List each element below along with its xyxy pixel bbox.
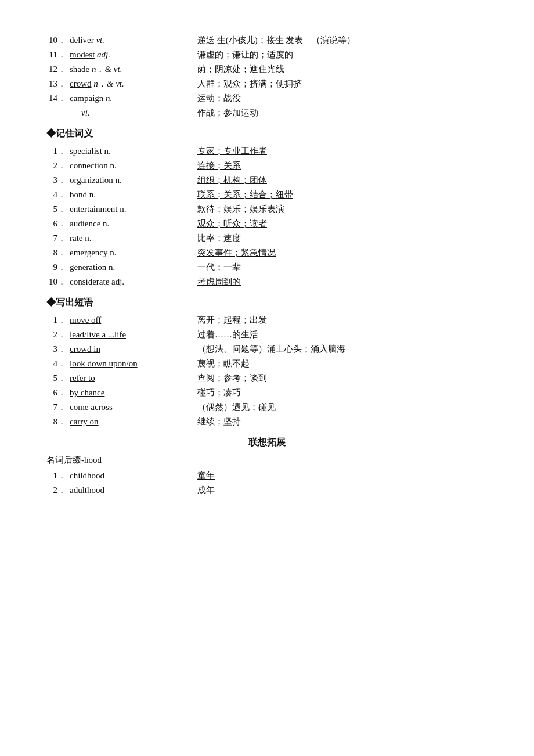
xiechu-row-3: 3． crowd in （想法、问题等）涌上心头；涌入脑海 (46, 344, 488, 355)
vocab-def: 谦虚的；谦让的；适度的 (197, 49, 488, 60)
xiechu-row-6: 6． by chance 碰巧；凑巧 (46, 387, 488, 398)
jizhu-row-8: 8． emergency n. 突发事件；紧急情况 (46, 247, 488, 258)
jizhu-row-1: 1． specialist n. 专家；专业工作者 (46, 146, 488, 157)
vocab-def: 突发事件；紧急情况 (197, 247, 488, 258)
suffix-list: 1． childhood 童年 2． adulthood 成年 (46, 470, 488, 496)
jizhu-row-4: 4． bond n. 联系；关系；结合；纽带 (46, 189, 488, 200)
vocab-def: 蔑视；瞧不起 (197, 358, 488, 369)
vocab-num: 3． (46, 175, 70, 186)
vocab-def: 继续；坚持 (197, 416, 488, 427)
section-xiechu-header: ◆写出短语 (46, 297, 488, 309)
vocab-num: 6． (46, 218, 70, 229)
jizhu-list: 1． specialist n. 专家；专业工作者 2． connection … (46, 146, 488, 287)
vocab-term: by chance (70, 388, 197, 398)
vocab-term: shade n．& vt. (70, 64, 197, 75)
vocab-term: connection n. (70, 161, 197, 171)
vocab-num: 7． (46, 233, 70, 244)
vocab-term: audience n. (70, 219, 197, 229)
xiechu-row-5: 5． refer to 查阅；参考；谈到 (46, 373, 488, 384)
jizhu-row-5: 5． entertainment n. 款待；娱乐；娱乐表演 (46, 204, 488, 215)
vocab-def-vi: 作战；参加运动 (197, 107, 488, 118)
section-jizhu-header: ◆记住词义 (46, 128, 488, 140)
vocab-num: 1． (46, 470, 70, 481)
vocab-top-section: 10． deliver vt. 递送 生(小孩儿)；接生 发表 （演说等） 11… (46, 35, 488, 118)
vocab-num: 9． (46, 262, 70, 273)
vocab-def: 成年 (197, 485, 488, 496)
vocab-def: 比率；速度 (197, 233, 488, 244)
vocab-term: organization n. (70, 175, 197, 185)
vocab-term: entertainment n. (70, 204, 197, 214)
vocab-def: 款待；娱乐；娱乐表演 (197, 204, 488, 215)
vocab-term: emergency n. (70, 248, 197, 258)
vocab-row-campaign: 14． campaign n. 运动；战役 (46, 93, 488, 104)
vocab-num: 2． (46, 329, 70, 340)
vocab-term: crowd n．& vt. (70, 78, 197, 89)
vocab-row-modest: 11． modest adj. 谦虚的；谦让的；适度的 (46, 49, 488, 60)
vocab-term: lead/live a ...life (70, 330, 197, 340)
vocab-num: 8． (46, 247, 70, 258)
vocab-def: 人群；观众；挤满；使拥挤 (197, 78, 488, 89)
vocab-row-crowd: 13． crowd n．& vt. 人群；观众；挤满；使拥挤 (46, 78, 488, 89)
vocab-def: 连接；关系 (197, 160, 488, 171)
vocab-def: （偶然）遇见；碰见 (197, 402, 488, 413)
vocab-num: 1． (46, 315, 70, 326)
vocab-row-vi: vi. 作战；参加运动 (46, 107, 488, 118)
vocab-def: 专家；专业工作者 (197, 146, 488, 157)
vocab-def: 运动；战役 (197, 93, 488, 104)
vocab-def: 一代；一辈 (197, 262, 488, 273)
vocab-num: 1． (46, 146, 70, 157)
vocab-num: 10． (46, 276, 70, 287)
vocab-num: 13． (46, 78, 70, 89)
suffix-row-2: 2． adulthood 成年 (46, 485, 488, 496)
vocab-term: childhood (70, 471, 197, 481)
vocab-num: 14． (46, 93, 70, 104)
vocab-term: look down upon/on (70, 359, 197, 369)
xiechu-row-8: 8． carry on 继续；坚持 (46, 416, 488, 427)
vocab-def: 碰巧；凑巧 (197, 387, 488, 398)
vocab-row-deliver: 10． deliver vt. 递送 生(小孩儿)；接生 发表 （演说等） (46, 35, 488, 46)
vocab-term: campaign n. (70, 93, 197, 103)
vocab-term: move off (70, 315, 197, 325)
vocab-num: 7． (46, 402, 70, 413)
xiechu-list: 1． move off 离开；起程；出发 2． lead/live a ...l… (46, 315, 488, 427)
vocab-term: considerate adj. (70, 277, 197, 287)
vocab-num: 2． (46, 485, 70, 496)
xiechu-row-7: 7． come across （偶然）遇见；碰见 (46, 402, 488, 413)
suffix-row-1: 1． childhood 童年 (46, 470, 488, 481)
vocab-term: modest adj. (70, 50, 197, 60)
vocab-term: deliver vt. (70, 35, 197, 45)
vocab-def: 查阅；参考；谈到 (197, 373, 488, 384)
vocab-def: 组织；机构；团体 (197, 175, 488, 186)
suffix-title: 名词后缀-hood (46, 455, 488, 466)
vocab-num: 10． (46, 35, 70, 46)
vocab-num: 8． (46, 416, 70, 427)
vocab-pos-vi: vi. (81, 108, 197, 118)
vocab-num: 4． (46, 358, 70, 369)
vocab-term: generation n. (70, 262, 197, 272)
vocab-num: 11． (46, 49, 70, 60)
xiechu-row-1: 1． move off 离开；起程；出发 (46, 315, 488, 326)
jizhu-row-6: 6． audience n. 观众；听众；读者 (46, 218, 488, 229)
vocab-def: （想法、问题等）涌上心头；涌入脑海 (197, 344, 488, 355)
jizhu-row-2: 2． connection n. 连接；关系 (46, 160, 488, 171)
vocab-def: 递送 生(小孩儿)；接生 发表 （演说等） (197, 35, 488, 46)
section-lianxiang-header: 联想拓展 (46, 437, 488, 449)
jizhu-row-3: 3． organization n. 组织；机构；团体 (46, 175, 488, 186)
vocab-row-shade: 12． shade n．& vt. 荫；阴凉处；遮住光线 (46, 64, 488, 75)
vocab-term: bond n. (70, 190, 197, 200)
vocab-num: 5． (46, 204, 70, 215)
vocab-term: crowd in (70, 344, 197, 354)
vocab-def: 荫；阴凉处；遮住光线 (197, 64, 488, 75)
vocab-num: 3． (46, 344, 70, 355)
vocab-term: carry on (70, 417, 197, 427)
vocab-term: refer to (70, 373, 197, 383)
vocab-def: 过着……的生活 (197, 329, 488, 340)
vocab-num: 5． (46, 373, 70, 384)
vocab-num: 12． (46, 64, 70, 75)
vocab-term: specialist n. (70, 146, 197, 156)
vocab-def: 童年 (197, 470, 488, 481)
vocab-num: 4． (46, 189, 70, 200)
vocab-term: adulthood (70, 485, 197, 495)
vocab-term: rate n. (70, 233, 197, 243)
xiechu-row-2: 2． lead/live a ...life 过着……的生活 (46, 329, 488, 340)
